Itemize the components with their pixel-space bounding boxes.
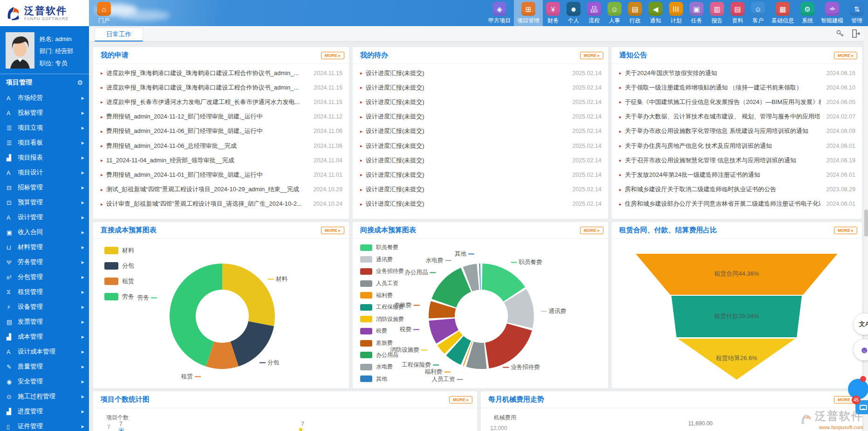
list-item[interactable]: ▸设计进度汇报(未提交)2025.02.14	[353, 110, 608, 124]
more-button[interactable]: MORE ▸	[580, 52, 603, 59]
sidebar-item-20[interactable]: ⊙施工过程管理▶	[0, 389, 89, 404]
more-button[interactable]: MORE ▸	[449, 396, 472, 403]
list-item[interactable]: ▸房和城乡建设厅关于取消二级建造师临时执业证书的公告2023.08.29	[612, 182, 862, 197]
sidebar-item-6[interactable]: ⊟招标管理▶	[0, 180, 89, 195]
list-item[interactable]: ▸关于2024年国庆节放假安排的通知2024.06.15	[612, 66, 862, 80]
list-item[interactable]: ▸设计审查_彭祖新城“四馆”景观工程设计项目_请选择_胡广生_2024-10-2…	[93, 197, 349, 211]
list-item[interactable]: ▸设计进度汇报(未提交)2025.02.14	[353, 153, 608, 167]
sidebar-item-3[interactable]: ☰项目看板▶	[0, 135, 89, 150]
list-item[interactable]: ▸费用报销_admin_2024-11-06_总经理审批__完成2024.11.…	[93, 139, 349, 153]
legend-item[interactable]: 劳务	[104, 289, 134, 304]
list-item[interactable]: ▸设计进度汇报(未提交)2025.02.14	[353, 167, 608, 182]
nav-item-0[interactable]: ⌂门户	[94, 0, 114, 26]
list-item[interactable]: ▸设计进度汇报(未提交)2025.02.14	[353, 95, 608, 109]
list-item[interactable]: ▸设计进度汇报(未提交)2025.02.14	[353, 139, 608, 153]
nav-item-10[interactable]: ▣任务	[686, 0, 707, 26]
nav-item-14[interactable]: ▦基础信息	[768, 0, 797, 26]
legend-item[interactable]: 分包	[104, 258, 134, 273]
more-button[interactable]: MORE ▸	[321, 227, 344, 234]
sidebar-item-21[interactable]: ▟进度管理▶	[0, 404, 89, 419]
list-item[interactable]: ▸11_2024-11-04_admin_经营部_领导审批__完成2024.11…	[93, 153, 349, 167]
sidebar-item-1[interactable]: A投标管理▶	[0, 105, 89, 120]
list-item[interactable]: ▸费用报销_admin_2024-11-12_部门经理审批_胡建,_运行中202…	[93, 110, 349, 124]
nav-item-4[interactable]: ☻个人	[563, 0, 584, 26]
nav-item-6[interactable]: ☺人事	[604, 0, 625, 26]
nav-item-16[interactable]: </>智能建模	[818, 0, 847, 26]
logout-door-icon[interactable]	[851, 29, 861, 38]
list-item[interactable]: ▸设计进度汇报(未提交)2025.02.14	[353, 66, 608, 80]
list-item[interactable]: ▸设计进度汇报(未提交)2025.02.14	[353, 197, 608, 211]
sidebar-item-17[interactable]: A设计成本管理▶	[0, 344, 89, 359]
scrollbar-thumb[interactable]	[864, 209, 868, 236]
legend-item[interactable]: 人员工资	[360, 278, 404, 290]
nav-item-7[interactable]: ▤行政	[625, 0, 645, 26]
list-item[interactable]: ▸关于举办市政公用设施数字化管理信息 系统建设与应用培训班的通知2024.06.…	[612, 124, 862, 139]
legend-item[interactable]: 职员餐费	[360, 242, 404, 254]
nav-item-15[interactable]: ⚙系统	[797, 0, 818, 26]
legend-item[interactable]: 租赁	[104, 273, 134, 289]
slice-人员工资[interactable]	[466, 342, 486, 369]
sidebar-item-13[interactable]: ⧖租赁管理▶	[0, 285, 89, 299]
legend-item[interactable]: 福利费	[360, 289, 404, 301]
legend-item[interactable]: 办公用品	[360, 349, 404, 361]
nav-item-13[interactable]: ☺客户	[748, 0, 768, 26]
list-item[interactable]: ▸关于举办大数据、云计算技术在城市建设、 规划、管理与服务中的应用培训班...2…	[612, 110, 862, 124]
sidebar-item-14[interactable]: ⚡设备管理▶	[0, 299, 89, 314]
sidebar-item-4[interactable]: ▟项目报表▶	[0, 150, 89, 165]
legend-item[interactable]: 通讯费	[360, 254, 404, 266]
legend-item[interactable]: 材料	[104, 243, 134, 258]
sidebar-item-0[interactable]: A市场经营▶	[0, 90, 89, 105]
list-item[interactable]: ▸设计进度汇报(未提交)2025.02.14	[353, 182, 608, 197]
list-item[interactable]: ▸关于发放2024年第24批一级建造师注册证书的通知2024.06.01	[612, 167, 862, 182]
legend-item[interactable]: 消防设施费	[360, 313, 404, 326]
more-button[interactable]: MORE ▸	[321, 52, 344, 59]
sidebar-item-11[interactable]: Ψ劳务管理▶	[0, 255, 89, 270]
legend-item[interactable]: 工程保险费	[360, 301, 404, 313]
list-item[interactable]: ▸住房和城乡建设部办公厅关于同意吉林省开展二级建造师注册证书电子化试点...20…	[612, 197, 862, 211]
legend-item[interactable]: 水电费	[360, 361, 404, 373]
nav-item-17[interactable]: ⇅管理	[847, 0, 867, 26]
list-item[interactable]: ▸关于召开市政公用设施智慧化管理 信息技术与应用培训班的通知2024.06.19	[612, 153, 862, 167]
legend-item[interactable]: 税费	[360, 325, 404, 337]
nav-item-1[interactable]: ◈甲方项目	[485, 0, 514, 26]
more-button[interactable]: MORE ▸	[580, 227, 603, 234]
nav-item-2[interactable]: ⊞项目管理	[514, 0, 543, 26]
nav-item-11[interactable]: ▥报告	[707, 0, 727, 26]
nav-item-8[interactable]: ◀通知	[645, 0, 666, 26]
tab-daily-work[interactable]: 日常工作	[95, 28, 143, 42]
sidebar-item-8[interactable]: A设计管理▶	[0, 210, 89, 225]
sidebar-item-5[interactable]: A项目设计▶	[0, 165, 89, 180]
list-item[interactable]: ▸进度款申报_长春市伊通河水力发电厂改建工程_长春市伊通河水力发电...2024…	[93, 95, 349, 109]
sidebar-item-2[interactable]: ☰项目立项▶	[0, 120, 89, 135]
list-item[interactable]: ▸于征集《中国建筑施工行业信息化发展报告（2024）—BIM应用与发展》材料..…	[612, 95, 862, 109]
list-item[interactable]: ▸进度款申报_珠海鹤港口建设_珠海鹤港口建设工程合作协议书_admin_...2…	[93, 66, 349, 80]
sidebar-item-9[interactable]: ▣收入合同▶	[0, 225, 89, 240]
slice-材料[interactable]	[222, 264, 275, 326]
legend-item[interactable]: 其他	[360, 373, 404, 385]
list-item[interactable]: ▸费用报销_admin_2024-11-01_部门经理审批_胡建,_运行中202…	[93, 167, 349, 182]
nav-item-9[interactable]: ☰计划	[666, 0, 686, 26]
sidebar-item-19[interactable]: ◉安全管理▶	[0, 374, 89, 389]
list-item[interactable]: ▸设计进度汇报(未提交)2025.02.14	[353, 80, 608, 95]
nav-item-12[interactable]: ▤资料	[727, 0, 748, 26]
more-button[interactable]: MORE ▸	[834, 227, 857, 234]
sidebar-item-7[interactable]: ⊡预算管理▶	[0, 195, 89, 210]
sidebar-gear-icon[interactable]: ⚙	[77, 79, 83, 86]
list-item[interactable]: ▸关于举办住房与房地产信息化 技术及应用培训班的通知2024.06.01	[612, 139, 862, 153]
sidebar-item-16[interactable]: ▟成本管理▶	[0, 329, 89, 344]
sidebar-item-15[interactable]: ▤发票管理▶	[0, 314, 89, 329]
more-button[interactable]: MORE ▸	[834, 52, 857, 59]
legend-item[interactable]: 差旅费	[360, 337, 404, 349]
list-item[interactable]: ▸测试_彭祖新城“四馆”景观工程设计项目_2024-10-29_admin_结束…	[93, 182, 349, 197]
password-key-icon[interactable]	[835, 29, 845, 38]
nav-item-5[interactable]: 品流程	[584, 0, 604, 26]
legend-item[interactable]: 业务招待费	[360, 265, 404, 278]
list-item[interactable]: ▸费用报销_admin_2024-11-06_部门经理审批_胡建,_运行中202…	[93, 124, 349, 139]
list-item[interactable]: ▸设计进度汇报(未提交)2025.02.14	[353, 124, 608, 139]
list-item[interactable]: ▸关于领取一级注册建造师增项贴的通知 （须持一建证书前来领取）2024.06.1…	[612, 80, 862, 95]
slice-其他[interactable]	[479, 264, 480, 290]
sidebar-item-12[interactable]: x²分包管理▶	[0, 270, 89, 285]
sidebar-item-18[interactable]: ✎质量管理▶	[0, 359, 89, 374]
sidebar-item-22[interactable]: ▯证件管理▶	[0, 419, 89, 431]
sidebar-item-10[interactable]: ⊔材料管理▶	[0, 240, 89, 255]
